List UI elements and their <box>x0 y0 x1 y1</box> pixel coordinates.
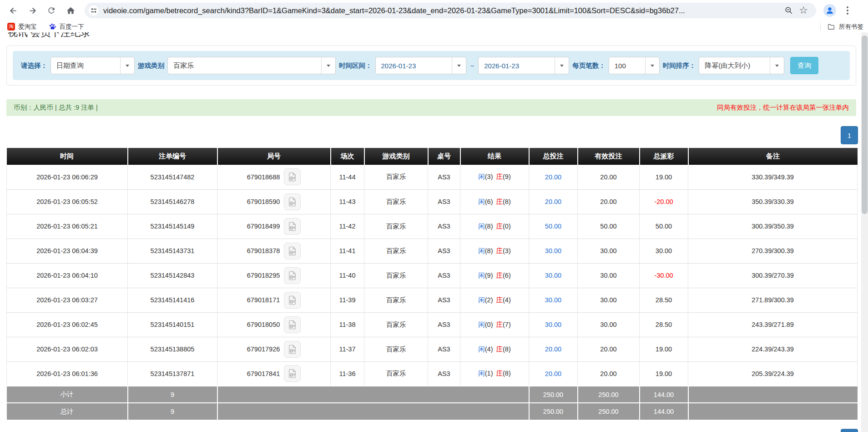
cell-table-no: AS3 <box>428 312 460 337</box>
table-footer: 小计9250.00250.00144.00总计9250.00250.00144.… <box>7 386 858 420</box>
banker-score: (9) <box>503 173 511 180</box>
cell-session: 11-37 <box>331 337 364 361</box>
player-label: 闲 <box>478 370 485 377</box>
video-file-icon <box>287 320 298 330</box>
cell-table-no: AS3 <box>428 239 460 263</box>
cell-session: 11-44 <box>331 165 364 189</box>
total-bet-link[interactable]: 30.00 <box>545 296 561 304</box>
video-file-icon <box>287 221 298 232</box>
banker-label: 庄 <box>496 223 503 230</box>
forward-button[interactable] <box>23 1 42 20</box>
refresh-icon <box>47 6 56 15</box>
cell-bet-id: 523145145149 <box>128 214 217 239</box>
date-start-select[interactable]: 2026-01-23 <box>375 57 466 74</box>
notice-text: 同局有效投注，统一计算在该局第一张注单内 <box>717 103 849 112</box>
bookmark-taobao[interactable]: 淘 爱淘宝 <box>7 23 37 31</box>
sort-select[interactable]: 降幂(由大到小) <box>699 57 784 74</box>
banker-label: 庄 <box>496 321 503 328</box>
video-replay-button[interactable] <box>284 316 301 333</box>
summary-bar: 币别：人民币 | 总共 :9 注单 | 同局有效投注，统一计算在该局第一张注单内 <box>6 99 856 116</box>
footer-cell <box>688 403 858 420</box>
video-replay-button[interactable] <box>284 218 301 235</box>
video-replay-button[interactable] <box>284 341 301 358</box>
cell-game-type: 百家乐 <box>364 165 428 189</box>
cell-result: 闲(2)庄(4) <box>460 288 529 312</box>
search-button[interactable]: 查询 <box>790 57 818 74</box>
refresh-button[interactable] <box>42 1 61 20</box>
browser-menu-button[interactable] <box>843 4 853 17</box>
cell-payout: -20.00 <box>640 189 688 214</box>
table-row: 2026-01-23 06:06:29 523145147482 6790186… <box>7 165 858 189</box>
bookmark-baidu[interactable]: 百度一下 <box>49 23 84 31</box>
game-type-select[interactable]: 百家乐 <box>167 57 336 74</box>
round-number: 679018499 <box>247 223 280 230</box>
back-button[interactable] <box>4 1 23 20</box>
column-header: 总派彩 <box>640 148 688 165</box>
total-bet-link[interactable]: 30.00 <box>545 247 561 254</box>
video-replay-button[interactable] <box>284 292 301 309</box>
bookmark-star-icon[interactable]: ☆ <box>796 4 811 17</box>
cell-bet-id: 523145147482 <box>128 165 217 189</box>
player-label: 闲 <box>478 223 485 230</box>
site-info-icon[interactable] <box>88 5 100 16</box>
query-type-select[interactable]: 日期查询 <box>50 57 135 74</box>
cell-time: 2026-01-23 06:05:52 <box>7 189 128 214</box>
cell-bet-id: 523145146278 <box>128 189 217 214</box>
scrollbar-thumb[interactable] <box>862 36 868 214</box>
zoom-out-icon[interactable] <box>782 4 796 17</box>
cell-bet-id: 523145143731 <box>128 239 217 263</box>
video-replay-button[interactable] <box>284 365 301 382</box>
cell-note: 205.39/224.39 <box>688 361 858 386</box>
video-replay-button[interactable] <box>284 267 301 284</box>
table-row: 2026-01-23 06:02:45 523145140151 6790180… <box>7 312 858 337</box>
total-bet-link[interactable]: 20.00 <box>545 370 561 377</box>
cell-bet-id: 523145140151 <box>128 312 217 337</box>
cell-game-type: 百家乐 <box>364 337 428 361</box>
cell-valid-bet: 30.00 <box>578 239 640 263</box>
video-replay-button[interactable] <box>284 193 301 210</box>
cell-result: 闲(8)庄(0) <box>460 214 529 239</box>
page-size-label: 每页笔数： <box>572 61 606 70</box>
cell-bet-id: 523145141416 <box>128 288 217 312</box>
total-bet-link[interactable]: 50.00 <box>545 223 561 230</box>
cell-round: 679017841 <box>217 361 331 386</box>
cell-total-bet: 30.00 <box>529 312 578 337</box>
total-bet-link[interactable]: 30.00 <box>545 272 561 279</box>
player-score: (0) <box>485 321 493 328</box>
cell-valid-bet: 50.00 <box>578 214 640 239</box>
cell-game-type: 百家乐 <box>364 189 428 214</box>
cell-time: 2026-01-23 06:01:36 <box>7 361 128 386</box>
column-header: 局号 <box>217 148 331 165</box>
cell-table-no: AS3 <box>428 288 460 312</box>
cell-payout: 19.00 <box>640 165 688 189</box>
banker-score: (8) <box>503 370 511 377</box>
page-size-select[interactable]: 100 <box>609 57 660 74</box>
footer-cell: 总计 <box>7 403 128 420</box>
cell-round: 679018295 <box>217 263 331 288</box>
pagination-page-1-top[interactable]: 1 <box>841 126 858 144</box>
total-bet-link[interactable]: 20.00 <box>545 346 561 353</box>
select-type-label: 请选择： <box>21 61 47 70</box>
cell-time: 2026-01-23 06:06:29 <box>7 165 128 189</box>
total-bet-link[interactable]: 20.00 <box>545 198 561 205</box>
profile-avatar[interactable] <box>823 4 836 17</box>
column-header: 游戏类别 <box>364 148 428 165</box>
banker-label: 庄 <box>496 272 503 279</box>
cell-total-bet: 20.00 <box>529 189 578 214</box>
scrollbar-track[interactable] <box>861 32 868 432</box>
column-header: 备注 <box>688 148 858 165</box>
cell-valid-bet: 30.00 <box>578 288 640 312</box>
video-replay-button[interactable] <box>284 243 301 259</box>
total-bet-link[interactable]: 20.00 <box>545 173 561 181</box>
date-end-select[interactable]: 2026-01-23 <box>478 57 569 74</box>
pagination-page-1-bottom[interactable]: 1 <box>841 429 858 432</box>
cell-result: 闲(9)庄(6) <box>460 263 529 288</box>
table-footer-row: 总计9250.00250.00144.00 <box>7 403 858 420</box>
all-bookmarks-button[interactable]: 所有书签 <box>839 23 863 31</box>
video-file-icon <box>287 368 298 379</box>
address-bar[interactable]: videoie.com/game/betrecord_search/kind3?… <box>85 3 816 18</box>
home-button[interactable] <box>61 1 80 20</box>
video-replay-button[interactable] <box>284 168 301 185</box>
total-bet-link[interactable]: 30.00 <box>545 321 561 328</box>
url-text[interactable]: videoie.com/game/betrecord_search/kind3?… <box>103 6 782 15</box>
